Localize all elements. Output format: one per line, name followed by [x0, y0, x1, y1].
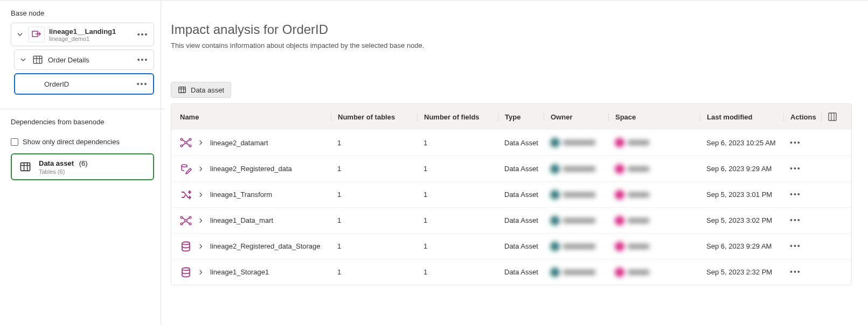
row-tables: 1	[331, 165, 417, 173]
row-space	[608, 216, 700, 225]
landing-icon	[29, 26, 45, 43]
col-tables[interactable]: Number of tables	[331, 113, 417, 121]
row-name: lineage1_Data_mart	[210, 216, 273, 224]
col-modified[interactable]: Last modified	[700, 113, 783, 121]
filter-title: Data asset	[39, 159, 74, 167]
avatar	[550, 190, 560, 200]
row-more-button[interactable]: •••	[783, 165, 821, 173]
chevron-right-icon[interactable]	[197, 139, 205, 146]
row-owner	[544, 164, 608, 174]
chevron-right-icon[interactable]	[197, 165, 205, 173]
row-more-button[interactable]: •••	[783, 268, 821, 276]
row-tables: 1	[331, 242, 417, 250]
chevron-right-icon[interactable]	[197, 217, 205, 224]
page-title: Impact analysis for OrderID	[171, 22, 852, 37]
pill-label: Data asset	[191, 86, 224, 94]
dots-icon: •••	[790, 242, 801, 250]
row-modified: Sep 5, 2023 3:01 PM	[700, 190, 783, 199]
row-owner	[544, 216, 608, 225]
avatar	[550, 216, 560, 225]
table-icon	[32, 54, 44, 66]
col-fields[interactable]: Number of fields	[417, 113, 498, 121]
direct-deps-checkbox[interactable]: Show only direct dependencies	[11, 138, 154, 146]
table-row[interactable]: lineage1_Storage1 1 1 Data Asset Sep 5, …	[171, 259, 851, 285]
row-owner	[544, 190, 608, 200]
data-asset-filter[interactable]: Data asset (6) Tables (6)	[11, 153, 154, 180]
row-modified: Sep 5, 2023 3:02 PM	[700, 216, 783, 224]
col-name[interactable]: Name	[180, 113, 331, 121]
sidebar: Base node lineage1__Landing1 lineage_dem…	[0, 1, 161, 325]
column-config-button[interactable]	[821, 112, 843, 122]
owner-name-redacted	[563, 192, 595, 197]
avatar	[615, 216, 624, 225]
col-space[interactable]: Space	[608, 113, 700, 121]
owner-name-redacted	[563, 140, 595, 145]
table-row[interactable]: lineage1_Data_mart 1 1 Data Asset Sep 5,…	[171, 207, 851, 233]
graph-icon	[180, 215, 192, 227]
row-tables: 1	[331, 268, 417, 276]
row-more-button[interactable]: •••	[783, 242, 821, 250]
dots-icon: •••	[137, 31, 149, 38]
chevron-right-icon[interactable]	[197, 191, 205, 199]
col-owner[interactable]: Owner	[544, 113, 608, 121]
row-type: Data Asset	[498, 139, 544, 147]
selected-node-card[interactable]: OrderID •••	[14, 73, 154, 95]
table-row[interactable]: lineage1_Transform 1 1 Data Asset Sep 5,…	[171, 181, 851, 207]
owner-name-redacted	[563, 244, 595, 249]
child-node-text: Order Details	[48, 56, 132, 64]
more-button[interactable]: •••	[136, 77, 149, 90]
row-fields: 1	[417, 268, 498, 276]
row-modified: Sep 6, 2023 9:29 AM	[700, 242, 783, 250]
chevron-right-icon[interactable]	[197, 269, 205, 276]
row-space	[608, 164, 700, 174]
space-name-redacted	[628, 218, 649, 223]
table-row[interactable]: lineage2_datamart 1 1 Data Asset Sep 6, …	[171, 130, 851, 156]
filter-count: (6)	[79, 159, 88, 167]
avatar	[550, 242, 560, 251]
row-name: lineage1_Storage1	[210, 268, 269, 276]
chevron-down-icon[interactable]	[19, 55, 27, 64]
db-icon	[180, 266, 192, 278]
col-actions: Actions	[783, 113, 821, 121]
dots-icon: •••	[790, 164, 801, 173]
row-modified: Sep 6, 2023 10:25 AM	[700, 139, 783, 147]
owner-name-redacted	[563, 218, 595, 223]
base-node-card[interactable]: lineage1__Landing1 lineage_demo1 •••	[11, 23, 154, 46]
row-type: Data Asset	[498, 216, 544, 224]
owner-name-redacted	[563, 166, 595, 172]
row-name: lineage2_Registered_data	[210, 165, 292, 173]
table-row[interactable]: lineage2_Registered_data_Storage 1 1 Dat…	[171, 233, 851, 259]
child-node-title: Order Details	[48, 56, 132, 64]
data-asset-icon	[17, 159, 33, 175]
base-node-title: lineage1__Landing1	[49, 27, 132, 36]
space-name-redacted	[628, 244, 649, 249]
graph-icon	[180, 137, 192, 149]
row-more-button[interactable]: •••	[783, 216, 821, 224]
row-type: Data Asset	[498, 165, 544, 173]
chevron-right-icon[interactable]	[197, 243, 205, 250]
child-node-card[interactable]: Order Details •••	[14, 50, 154, 70]
dots-icon: •••	[790, 138, 801, 147]
avatar	[550, 138, 560, 147]
space-name-redacted	[628, 192, 649, 197]
table-body: lineage2_datamart 1 1 Data Asset Sep 6, …	[171, 130, 851, 285]
row-fields: 1	[417, 216, 498, 224]
row-tables: 1	[331, 139, 417, 147]
base-node-label: Base node	[11, 9, 154, 17]
row-owner	[544, 267, 608, 277]
row-more-button[interactable]: •••	[783, 139, 821, 147]
chevron-down-icon[interactable]	[16, 30, 24, 39]
row-modified: Sep 6, 2023 9:29 AM	[700, 165, 783, 173]
more-button[interactable]: •••	[136, 28, 149, 41]
row-more-button[interactable]: •••	[783, 190, 821, 199]
more-button[interactable]: •••	[136, 53, 149, 66]
col-type[interactable]: Type	[498, 113, 544, 121]
space-name-redacted	[628, 270, 649, 275]
data-asset-pill[interactable]: Data asset	[171, 82, 231, 98]
row-owner	[544, 138, 608, 147]
dots-icon: •••	[790, 216, 801, 224]
row-type: Data Asset	[498, 242, 544, 250]
shuffle-icon	[180, 189, 192, 201]
main-content: Impact analysis for OrderID This view co…	[161, 1, 868, 325]
table-row[interactable]: lineage2_Registered_data 1 1 Data Asset …	[171, 156, 851, 181]
